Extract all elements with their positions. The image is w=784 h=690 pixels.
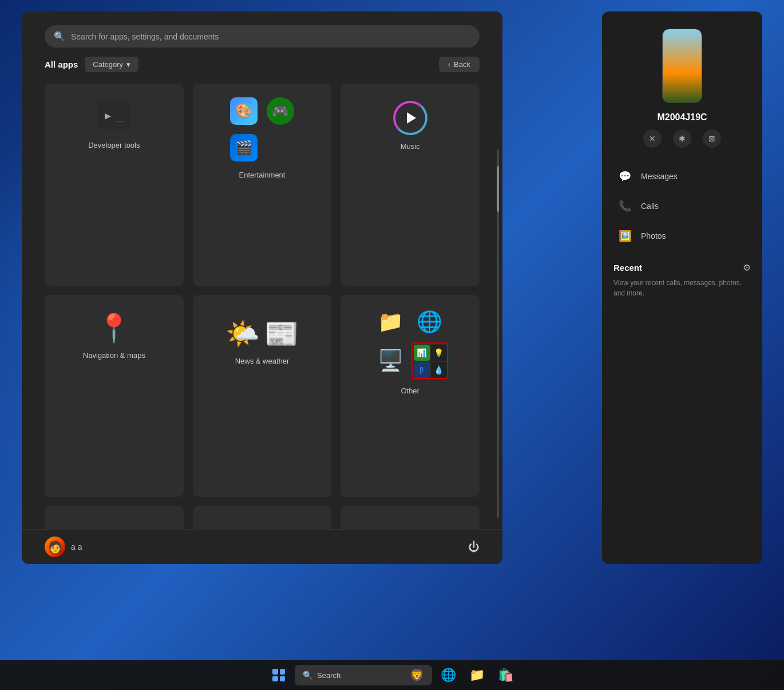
filter-left: All apps Category ▾ [45, 57, 138, 72]
start-menu: 🔍 Search for apps, settings, and documen… [22, 11, 502, 564]
all-apps-label: All apps [45, 60, 78, 69]
photos-label: Photos [641, 231, 666, 240]
partial-tile-2 [193, 506, 332, 529]
chevron-down-icon: ▾ [126, 60, 130, 69]
chevron-left-icon: ‹ [448, 60, 450, 69]
small-icon-4: 💧 [431, 362, 447, 378]
recent-header: Recent ⚙ [613, 262, 751, 273]
map-pin-icon: 📍 [97, 312, 131, 344]
tile-navigation[interactable]: 📍 Navigation & maps [45, 295, 184, 497]
small-icon-3: β [414, 362, 430, 378]
xbox-icon: 🎮 [267, 97, 294, 125]
start-bottom-bar: 🧑 a a ⏻ [22, 529, 502, 564]
play-icon [407, 112, 416, 124]
taskbar: 🔍 Search 🦁 🌐 📁 🛍️ [0, 660, 784, 690]
taskbar-search-box[interactable]: 🔍 Search 🦁 [295, 665, 432, 685]
partial-tile-1 [45, 506, 184, 529]
partial-tile-3 [340, 506, 480, 529]
store-taskbar-icon: 🛍️ [498, 668, 513, 683]
phone-image [662, 29, 702, 103]
red-border-box: 📊 💡 β 💧 [411, 342, 448, 379]
scroll-indicator[interactable] [497, 149, 499, 518]
phone-screen [663, 29, 702, 102]
movie-icon: 🎬 [230, 134, 258, 161]
scroll-thumb [497, 166, 499, 212]
phone-menu-messages[interactable]: 💬 Messages [613, 161, 751, 191]
small-apps-container: 📊 💡 β 💧 [413, 344, 447, 378]
search-icon: 🔍 [54, 31, 65, 42]
category-button[interactable]: Category ▾ [85, 57, 138, 72]
category-label: Category [93, 60, 123, 69]
recent-settings-icon[interactable]: ⚙ [743, 262, 751, 273]
weather-icon: 🌤️ [225, 318, 260, 350]
edge-icon: 🌐 [417, 310, 442, 334]
edge-taskbar-icon: 🌐 [441, 668, 456, 683]
small-icon-2: 💡 [431, 345, 447, 361]
windows-logo-icon [272, 669, 285, 681]
avatar: 🧑 [45, 537, 65, 557]
messages-label: Messages [641, 172, 678, 181]
taskbar-start-button[interactable] [266, 663, 291, 688]
tile-label-developer-tools: Developer tools [88, 141, 140, 149]
taskbar-center: 🔍 Search 🦁 🌐 📁 🛍️ [266, 663, 518, 688]
calls-label: Calls [641, 202, 659, 211]
tile-label-news-weather: News & weather [235, 357, 290, 365]
search-bar[interactable]: 🔍 Search for apps, settings, and documen… [45, 25, 480, 48]
phone-panel: M2004J19C ✕ ✱ ⊠ 💬 Messages 📞 Calls 🖼️ Ph… [602, 11, 762, 564]
entertainment-icons: 🎨 🎮 🎬 [228, 95, 296, 164]
phone-menu-photos[interactable]: 🖼️ Photos [613, 221, 751, 251]
taskbar-lion-icon: 🦁 [410, 668, 424, 682]
search-placeholder: Search for apps, settings, and documents [71, 32, 219, 41]
user-info[interactable]: 🧑 a a [45, 537, 82, 557]
messages-icon: 💬 [617, 168, 633, 184]
taskbar-search-icon: 🔍 [303, 671, 312, 680]
explorer-taskbar-icon: 📁 [469, 668, 485, 683]
partial-bottom-row [22, 506, 502, 529]
calls-icon: 📞 [617, 198, 633, 214]
tile-developer-tools[interactable]: ▶ _ Developer tools [45, 84, 184, 286]
back-label: Back [454, 60, 470, 69]
taskbar-store-button[interactable]: 🛍️ [493, 663, 518, 688]
device-name: M2004J19C [657, 112, 707, 123]
news-icon: 📰 [264, 318, 299, 350]
tile-other[interactable]: 📁 🌐 🖥️ 📊 💡 β 💧 Other [340, 295, 480, 497]
filter-bar: All apps Category ▾ ‹ Back [22, 57, 502, 72]
small-icon-1: 📊 [414, 345, 430, 361]
apps-grid: ▶ _ Developer tools 🎨 🎮 🎬 Entertainment … [22, 84, 502, 497]
phone-disconnect-button[interactable]: ⊠ [703, 129, 721, 148]
taskbar-explorer-button[interactable]: 📁 [464, 663, 489, 688]
tile-label-other: Other [401, 387, 419, 395]
recent-description: View your recent calls, messages, photos… [613, 278, 751, 298]
phone-close-button[interactable]: ✕ [643, 129, 662, 148]
recent-title: Recent [613, 263, 642, 273]
remote-desktop-icon: 🖥️ [378, 349, 403, 373]
tile-label-navigation: Navigation & maps [83, 351, 145, 360]
phone-menu-calls[interactable]: 📞 Calls [613, 191, 751, 221]
tile-label-entertainment: Entertainment [239, 171, 286, 179]
paint-icon: 🎨 [230, 97, 258, 125]
power-button[interactable]: ⏻ [468, 541, 480, 554]
terminal-icon: ▶ _ [97, 101, 131, 129]
photos-icon: 🖼️ [617, 228, 633, 244]
taskbar-search-text: Search [317, 671, 340, 680]
folder-icon: 📁 [378, 310, 403, 334]
music-circle-icon [393, 101, 427, 135]
tile-entertainment[interactable]: 🎨 🎮 🎬 Entertainment [193, 84, 332, 286]
back-button[interactable]: ‹ Back [439, 57, 480, 72]
other-icons-grid: 📁 🌐 🖥️ 📊 💡 β 💧 [373, 306, 448, 381]
tile-label-music: Music [401, 142, 420, 151]
username: a a [71, 542, 82, 551]
taskbar-edge-button[interactable]: 🌐 [435, 663, 461, 688]
tile-music[interactable]: Music [340, 84, 480, 286]
news-weather-icons: 🌤️ 📰 [225, 318, 299, 350]
phone-action-buttons: ✕ ✱ ⊠ [643, 129, 721, 148]
phone-bluetooth-button[interactable]: ✱ [673, 129, 691, 148]
tile-news-weather[interactable]: 🌤️ 📰 News & weather [193, 295, 332, 497]
